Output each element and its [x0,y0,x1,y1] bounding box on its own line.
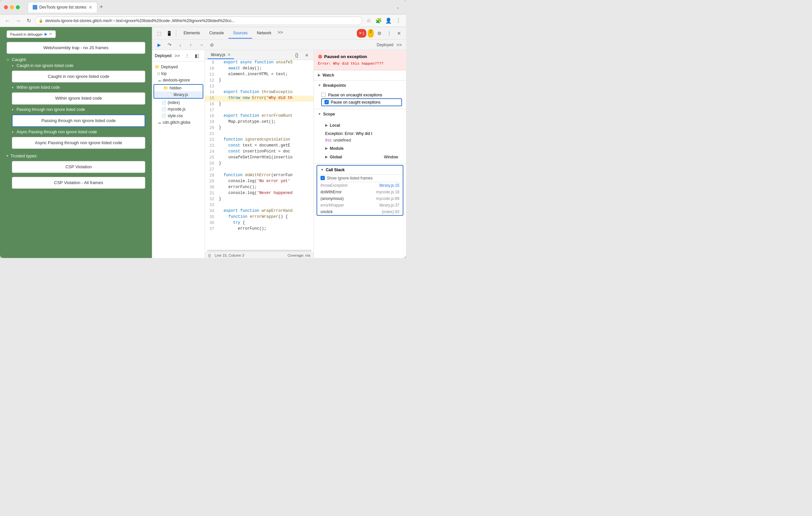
call-stack-header[interactable]: ▼ Call Stack [317,165,403,175]
line-num-25: 25 [205,155,217,161]
extension-icon[interactable]: 🧩 [374,17,383,25]
line-content-21 [217,131,314,137]
line-num-31: 31 [205,191,217,196]
local-scope-body: Exception: Error: Why did t this: undefi… [321,130,402,144]
new-tab-button[interactable]: + [97,3,105,11]
csp-violation-all-button[interactable]: CSP Violation - All frames [12,177,145,189]
code-line-28: 28 function doWithError(errorFun [205,173,314,179]
page-nav-label: Deployed [155,54,172,58]
code-line-22: 22 function ignoredcspviolation [205,137,314,143]
line-num-29: 29 [205,179,217,185]
more-options-icon[interactable]: ⋮ [385,29,394,38]
line-content-30: errorFunc(); [217,185,314,191]
ft-devtools-ignore[interactable]: ☁ devtools-ignore [152,77,205,84]
code-line-27: 27 [205,167,314,173]
cs-row-2[interactable]: (anonymous) mycode.js:89 [317,195,403,202]
ft-deployed[interactable]: 📁 Deployed [152,64,205,70]
inspect-element-icon[interactable]: ⬚ [155,29,164,38]
device-toolbar-icon[interactable]: 📱 [165,29,173,38]
maximize-button[interactable] [16,5,20,9]
ft-cdn[interactable]: ☁ cdn.glitch.globa [152,119,205,126]
watch-chevron-icon: ▶ [318,73,320,77]
line-num-28: 28 [205,173,217,179]
deactivate-breakpoints-icon[interactable]: ⊘ [208,40,216,49]
step-into-icon[interactable]: ↓ [176,40,184,49]
exception-title-text: Paused on exception [324,54,367,59]
back-button[interactable]: ← [3,17,12,25]
ft-library-js[interactable]: 📄 library.js [154,91,203,98]
navigator-icon[interactable]: ≡ [302,51,311,59]
code-line-37: 37 errorFunc(); [205,226,314,232]
within-ignore-button[interactable]: Within ignore listed code [12,92,145,104]
tab-elements[interactable]: Elements [179,28,205,39]
cs-row-3[interactable]: errorWrapper library.js:37 [317,202,403,209]
editor-tab-close-icon[interactable]: ✕ [227,53,231,57]
ft-top[interactable]: □ top [152,70,205,77]
settings-icon[interactable]: ⚙ [375,29,383,38]
tab-sources[interactable]: Sources [228,28,252,39]
toggle-sidebar-icon[interactable]: ◧ [193,52,201,60]
module-header[interactable]: ▶ Module [321,144,402,153]
breakpoints-header[interactable]: ▼ Breakpoints [314,81,406,90]
editor-scrollbar[interactable] [207,250,312,252]
window-menu-icon[interactable]: ⌄ [396,5,402,9]
line-content-9: export async function unsafeS [217,60,314,66]
pretty-print-icon[interactable]: {} [292,51,301,59]
step-out-icon[interactable]: ↑ [186,40,195,49]
ft-style-css[interactable]: 📄 style.css [152,113,205,119]
editor-tab-library[interactable]: library.js ✕ [208,51,234,59]
pause-caught-checkbox[interactable]: ✓ [324,100,329,104]
line-content-14: export function throwExceptio [217,90,314,96]
minimize-button[interactable] [10,5,14,9]
menu-icon[interactable]: ⋮ [394,17,403,25]
show-ignore-checkbox[interactable]: ✓ [320,176,325,180]
local-header[interactable]: ▶ Local [321,120,402,130]
warn-count: 2 [370,29,372,33]
async-passing-button[interactable]: Async Passing through non ignore listed … [12,137,145,149]
ft-mycode-js[interactable]: 📄 mycode.js [152,106,205,113]
cs-row-0[interactable]: throwException library.js:15 [317,182,403,189]
passing-through-button[interactable]: Passing through non ignore listed code [12,115,145,127]
browser-tab[interactable]: DevTools ignore list stories ✕ [28,2,97,12]
scope-header[interactable]: ▼ Scope [314,109,406,119]
mycode-icon: 📄 [162,107,166,112]
profile-icon[interactable]: 👤 [384,17,393,25]
cs-row-4[interactable]: onclick (index):83 [317,209,403,215]
sources-sidebar: Deployed >> ⋮ ◧ 📁 Deployed □ top [152,50,205,258]
more-nav-icon[interactable]: >> [173,52,181,60]
close-button[interactable] [4,5,8,9]
code-line-14: 14 export function throwExceptio [205,90,314,96]
forward-button[interactable]: → [14,17,23,25]
more-sources-icon[interactable]: >> [395,40,403,49]
code-line-12: 12 } [205,78,314,84]
line-content-33 [217,203,314,209]
tab-network[interactable]: Network [252,28,276,39]
show-ignore-frames[interactable]: ✓ Show ignore-listed frames [317,175,403,182]
tab-console[interactable]: Console [205,28,228,39]
resume-icon[interactable]: ▶ [155,40,164,49]
ft-index[interactable]: 📄 (index) [152,99,205,106]
more-tabs-icon[interactable]: >> [276,28,285,37]
code-line-19: 19 Map.prototype.set(); [205,119,314,125]
line-num-14: 14 [205,90,217,96]
pause-uncaught-checkbox[interactable] [321,93,325,97]
sources-header: Deployed >> ⋮ ◧ [152,50,205,62]
line-num-34: 34 [205,209,217,214]
step-over-icon[interactable]: ↷ [165,40,174,49]
watch-header[interactable]: ▶ Watch [314,70,406,80]
csp-violation-button[interactable]: CSP Violation [12,161,145,173]
global-header[interactable]: ▶ Global [325,155,342,159]
pause-caught-item[interactable]: ✓ Pause on caught exceptions [321,98,402,106]
line-num-15: 15 [205,96,217,102]
customize-nav-icon[interactable]: ⋮ [183,52,192,60]
page-label[interactable]: Deployed [377,42,394,47]
reload-button[interactable]: ↻ [24,17,33,25]
step-icon[interactable]: → [197,40,206,49]
bookmark-icon[interactable]: ☆ [365,17,373,25]
caught-non-ignore-button[interactable]: Caught in non ignore listed code [12,70,145,83]
close-devtools-icon[interactable]: ✕ [395,29,403,38]
cs-row-1[interactable]: doWithError mycode.js:18 [317,189,403,195]
ft-hidden[interactable]: 📁 hidden [154,85,203,91]
tab-close-icon[interactable]: ✕ [88,5,92,10]
address-bar[interactable]: 🔒 devtools-ignore-list-stories.glitch.me… [35,17,362,25]
